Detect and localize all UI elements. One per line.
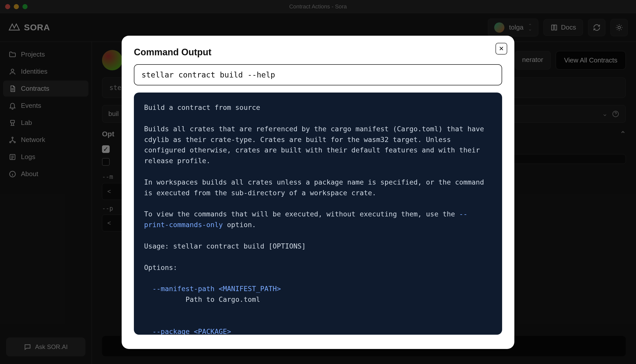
command-display: stellar contract build --help xyxy=(134,64,502,85)
output-line: To view the commands that will be execut… xyxy=(144,210,459,218)
command-output-modal: ✕ Command Output stellar contract build … xyxy=(122,36,514,349)
output-line: option. xyxy=(223,221,256,229)
output-line: Builds all crates that are referenced by… xyxy=(144,125,488,165)
output-line: Build a contract from source xyxy=(144,103,260,111)
output-flag: --manifest-path <MANIFEST_PATH> xyxy=(144,285,281,293)
output-line: In workspaces builds all crates unless a… xyxy=(144,178,488,197)
output-line: Usage: stellar contract build [OPTIONS] xyxy=(144,242,306,250)
modal-title: Command Output xyxy=(134,47,502,58)
modal-overlay[interactable]: ✕ Command Output stellar contract build … xyxy=(0,0,636,364)
output-line: Path to Cargo.toml xyxy=(144,295,260,303)
close-icon: ✕ xyxy=(499,45,504,52)
command-output[interactable]: Build a contract from source Builds all … xyxy=(134,93,502,335)
output-flag: --package <PACKAGE> xyxy=(144,328,231,335)
output-line: Options: xyxy=(144,264,177,271)
close-modal-button[interactable]: ✕ xyxy=(495,43,507,55)
